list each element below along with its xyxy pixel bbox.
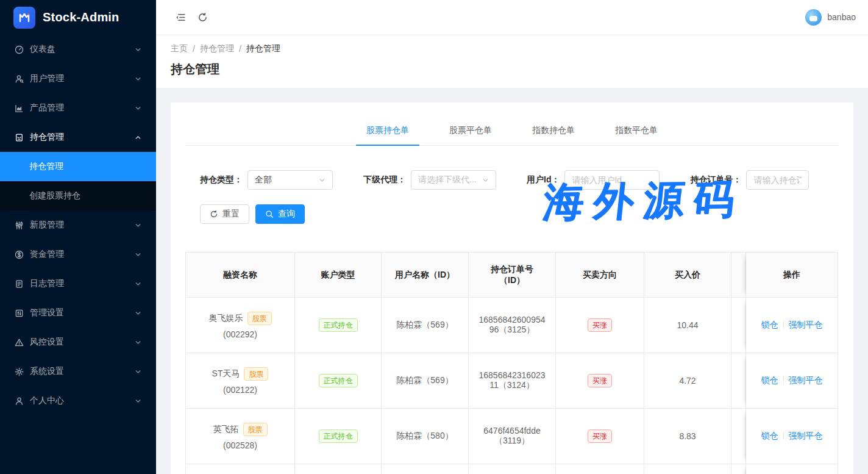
force-close-link[interactable]: 强制平仓: [789, 431, 823, 440]
chevron-up-icon: [135, 134, 141, 141]
cell-buy-price: 10.44: [644, 298, 731, 353]
chevron-down-icon: [135, 76, 141, 82]
table-header-row: 融资名称 账户类型 用户名称（ID） 持仓订单号（ID） 买卖方向 买入价 操作: [185, 252, 838, 298]
sidebar-item-positions[interactable]: 持仓管理: [0, 123, 156, 152]
action-divider: [783, 320, 784, 329]
stock-name: ST天马: [212, 368, 240, 379]
submenu-item-position-management[interactable]: 持仓管理: [0, 152, 156, 181]
cell-order-no: 1685684260095496（3125）: [469, 298, 556, 353]
query-button[interactable]: 查询: [255, 204, 305, 224]
submenu-item-create-stock-position[interactable]: 创建股票持仓: [0, 181, 156, 210]
sidebar-item-label: 日志管理: [30, 278, 135, 289]
cell-actions: 锁仓强制平仓: [746, 353, 838, 409]
dashboard-icon: [15, 45, 24, 54]
breadcrumb-item-current: 持仓管理: [246, 43, 280, 54]
cell-empty: [295, 464, 382, 474]
breadcrumb-item-home[interactable]: 主页: [171, 43, 188, 54]
filter-position-type-label: 持仓类型：: [200, 174, 243, 185]
sidebar-item-new-stock[interactable]: 新股管理: [0, 210, 156, 240]
cell-clipped: [731, 353, 746, 409]
sidebar-item-admin-settings[interactable]: 管理设置: [0, 298, 156, 328]
filter-order-no-label: 持仓订单号：: [690, 174, 741, 185]
lock-position-link[interactable]: 锁仓: [761, 320, 778, 329]
agent-select-placeholder: 请选择下级代...: [418, 174, 482, 185]
sidebar-item-profile[interactable]: 个人中心: [0, 386, 156, 415]
tab-index-positions[interactable]: 指数持仓单: [522, 117, 585, 146]
reload-icon[interactable]: [191, 6, 213, 28]
breadcrumb-item-positions[interactable]: 持仓管理: [200, 43, 234, 54]
position-type-select[interactable]: 全部: [247, 170, 333, 190]
chevron-down-icon: [135, 339, 141, 346]
positions-submenu: 持仓管理 创建股票持仓: [0, 152, 156, 210]
cell-account-type: 正式持仓: [295, 353, 382, 409]
card: 股票持仓单 股票平仓单 指数持仓单 指数平仓单 持仓类型： 全部 下级代理：: [171, 102, 853, 474]
col-header-buy-price: 买入价: [644, 252, 731, 298]
gear-icon: [15, 367, 24, 376]
force-close-link[interactable]: 强制平仓: [789, 320, 823, 329]
cell-empty: [382, 464, 469, 474]
filter-agent-label: 下级代理：: [363, 174, 406, 185]
col-header-user: 用户名称（ID）: [382, 252, 469, 298]
sidebar-item-users[interactable]: 用户管理: [0, 64, 156, 93]
direction-tag: 买涨: [588, 374, 612, 387]
avatar: [805, 9, 822, 26]
cell-empty: [731, 464, 746, 474]
direction-tag: 买涨: [588, 318, 612, 332]
sidebar-item-logs[interactable]: 日志管理: [0, 269, 156, 298]
sidebar: Stock-Admin 仪表盘 用户管理 产品管理 持仓管理 持仓管理: [0, 0, 156, 474]
sidebar-item-label: 仪表盘: [30, 44, 135, 55]
cell-stock-name: 奥飞娱乐股票 (002292): [185, 298, 295, 353]
cell-stock-name: 英飞拓股票 (002528): [185, 409, 295, 464]
reset-button[interactable]: 重置: [200, 204, 249, 224]
sidebar-item-system-settings[interactable]: 系统设置: [0, 357, 156, 386]
user-id-input[interactable]: [564, 170, 660, 190]
chevron-down-icon: [135, 222, 141, 229]
sidebar-item-dashboard[interactable]: 仪表盘: [0, 35, 156, 64]
tab-index-closed[interactable]: 指数平仓单: [605, 117, 668, 146]
positions-table: 融资名称 账户类型 用户名称（ID） 持仓订单号（ID） 买卖方向 买入价 操作: [185, 252, 838, 474]
agent-select[interactable]: 请选择下级代...: [411, 170, 496, 190]
cell-account-type: 正式持仓: [295, 298, 382, 353]
cell-clipped: [731, 409, 746, 464]
cell-user: 陈柏霖（580）: [382, 409, 469, 464]
sidebar-item-label: 产品管理: [30, 102, 135, 113]
sidebar-item-products[interactable]: 产品管理: [0, 93, 156, 123]
sidebar-item-label: 风控设置: [30, 337, 135, 348]
submenu-item-label: 持仓管理: [29, 161, 63, 172]
submenu-item-label: 创建股票持仓: [29, 190, 80, 201]
log-file-icon: [15, 279, 24, 289]
menu-fold-icon[interactable]: [169, 6, 191, 28]
app-logo[interactable]: Stock-Admin: [0, 0, 156, 35]
sidebar-item-funds[interactable]: 资金管理: [0, 240, 156, 269]
candlestick-icon: [15, 221, 24, 230]
sidebar-item-label: 资金管理: [30, 249, 135, 260]
cell-empty: [644, 464, 731, 474]
search-icon: [265, 210, 274, 218]
account-type-tag: 正式持仓: [319, 429, 358, 443]
tab-stock-positions[interactable]: 股票持仓单: [356, 117, 419, 146]
cell-user: 陈柏霖（569）: [382, 353, 469, 409]
sidebar-item-label: 用户管理: [30, 73, 135, 84]
chevron-down-icon: [135, 281, 141, 287]
force-close-link[interactable]: 强制平仓: [789, 375, 823, 385]
cell-actions: 锁仓强制平仓: [746, 409, 838, 464]
stock-code: (002528): [196, 440, 285, 450]
dollar-circle-icon: [15, 250, 24, 259]
action-divider: [783, 431, 784, 440]
breadcrumb: 主页 / 持仓管理 / 持仓管理: [171, 43, 853, 54]
col-header-stock-name: 融资名称: [185, 252, 295, 298]
lock-position-link[interactable]: 锁仓: [761, 375, 778, 385]
chevron-down-icon: [135, 368, 141, 375]
col-header-account-type: 账户类型: [295, 252, 382, 298]
sidebar-item-risk-settings[interactable]: 风控设置: [0, 328, 156, 357]
user-menu[interactable]: banbao: [805, 9, 856, 26]
order-no-input[interactable]: [746, 170, 809, 190]
main-area: banbao 主页 / 持仓管理 / 持仓管理 持仓管理 股票持仓单 股票平仓单…: [156, 0, 868, 474]
area-chart-icon: [15, 104, 24, 113]
content-area: 股票持仓单 股票平仓单 指数持仓单 指数平仓单 持仓类型： 全部 下级代理：: [156, 88, 868, 474]
app-logo-icon: [13, 7, 35, 29]
topbar: banbao: [156, 0, 868, 34]
tab-stock-closed[interactable]: 股票平仓单: [439, 117, 502, 146]
sidebar-item-label: 个人中心: [30, 395, 135, 406]
lock-position-link[interactable]: 锁仓: [761, 431, 778, 440]
